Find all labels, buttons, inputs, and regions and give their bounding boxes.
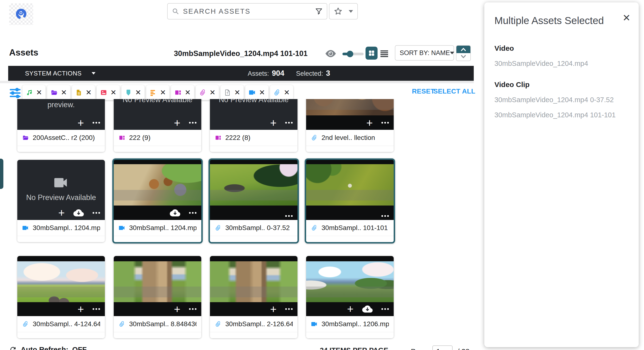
- more-options-button[interactable]: [189, 122, 196, 124]
- more-options-button[interactable]: [92, 122, 100, 124]
- add-to-collection-button[interactable]: +: [270, 119, 276, 127]
- filter-chip-document[interactable]: ✕: [72, 85, 95, 100]
- panel-close-button[interactable]: ✕: [622, 13, 630, 22]
- pagination-prev-button[interactable]: ‹: [403, 347, 406, 350]
- filter-chip-music-note[interactable]: ✕: [22, 85, 46, 100]
- asset-card[interactable]: 30mbSampl.. 101-101: [305, 158, 395, 244]
- card-footer: [210, 236, 298, 242]
- filter-chip-folder-open[interactable]: ✕: [47, 85, 70, 100]
- left-panel-handle[interactable]: [0, 159, 3, 189]
- thumbnail-image: [114, 261, 201, 302]
- system-actions-button[interactable]: SYSTEM ACTIONS: [25, 70, 96, 77]
- thumbnail-size-slider[interactable]: [342, 53, 364, 55]
- page-input[interactable]: [432, 346, 452, 350]
- reset-filters-link[interactable]: RESET: [412, 87, 435, 95]
- asset-card[interactable]: +30mbSampl.. 1206.mp4: [306, 256, 394, 338]
- chip-remove-button[interactable]: ✕: [110, 89, 116, 96]
- more-options-button[interactable]: [285, 122, 293, 124]
- add-to-collection-button[interactable]: +: [58, 209, 65, 217]
- card-actions: [285, 215, 293, 217]
- card-actions: +: [58, 209, 100, 217]
- sort-ascending-button[interactable]: [456, 46, 470, 53]
- asset-card[interactable]: No Preview Available+222 (9): [114, 99, 201, 152]
- chip-remove-button[interactable]: ✕: [284, 89, 290, 96]
- add-to-collection-button[interactable]: +: [174, 119, 180, 127]
- more-options-button[interactable]: [189, 308, 196, 310]
- chip-remove-button[interactable]: ✕: [160, 89, 166, 96]
- search-input[interactable]: [182, 7, 315, 16]
- thumbnail-message: Select an asset to preview.: [17, 99, 105, 110]
- auto-refresh-toggle[interactable]: Auto Refresh: OFF: [9, 346, 86, 350]
- add-to-collection-button[interactable]: +: [366, 119, 373, 127]
- filter-funnel-icon[interactable]: [315, 8, 322, 15]
- select-all-link[interactable]: SELECT ALL: [433, 87, 476, 95]
- asset-card[interactable]: +30mbSampl.. 4-124.64: [17, 256, 105, 338]
- asset-card[interactable]: 30mbSampl.. 1204.mp4: [112, 158, 203, 244]
- filter-chip-paperclip[interactable]: ✕: [196, 85, 219, 100]
- chip-remove-button[interactable]: ✕: [259, 89, 265, 96]
- asset-thumbnail: No Preview Available+: [114, 99, 201, 130]
- paperclip-icon: [274, 89, 281, 96]
- download-button[interactable]: [170, 209, 180, 217]
- sort-descending-button[interactable]: [456, 53, 470, 60]
- chip-remove-button[interactable]: ✕: [36, 89, 42, 96]
- pagination-next-button[interactable]: ›: [474, 347, 477, 350]
- asset-card[interactable]: Select an asset to preview.+200AssetC.. …: [17, 99, 105, 152]
- app-logo[interactable]: [9, 3, 33, 25]
- asset-card[interactable]: No Preview Available+2222 (8): [210, 99, 298, 152]
- chip-remove-button[interactable]: ✕: [86, 89, 92, 96]
- add-to-collection-button[interactable]: +: [78, 119, 84, 127]
- asset-card[interactable]: +30mbSampl.. 2-126.64: [210, 256, 298, 338]
- pagination-last-button[interactable]: »: [482, 347, 486, 350]
- sort-select[interactable]: SORT BY: NAME: [395, 45, 454, 60]
- download-button[interactable]: [73, 209, 84, 217]
- more-options-button[interactable]: [285, 308, 293, 310]
- more-options-button[interactable]: [92, 212, 100, 214]
- panel-title: Multiple Assets Selected: [494, 15, 628, 26]
- asset-card[interactable]: +2nd level.. llection: [306, 99, 394, 152]
- asset-card[interactable]: No Preview Available+30mbSampl.. 1204.mp…: [17, 160, 105, 242]
- more-options-button[interactable]: [382, 215, 389, 217]
- slider-thumb[interactable]: [347, 51, 353, 57]
- videocam-icon: [249, 90, 256, 95]
- filter-chip-shield[interactable]: ✕: [122, 85, 144, 100]
- filter-chip-videocam[interactable]: ✕: [245, 85, 268, 100]
- more-options-button[interactable]: [285, 215, 293, 217]
- add-to-collection-button[interactable]: +: [78, 305, 84, 313]
- chip-remove-button[interactable]: ✕: [210, 89, 216, 96]
- chip-remove-button[interactable]: ✕: [61, 89, 67, 96]
- more-options-button[interactable]: [189, 212, 196, 214]
- filter-chip-document-question[interactable]: ?✕: [220, 85, 244, 100]
- filter-chip-image[interactable]: ✕: [97, 85, 120, 100]
- chip-remove-button[interactable]: ✕: [185, 89, 191, 96]
- add-to-collection-button[interactable]: +: [347, 305, 354, 313]
- add-to-collection-button[interactable]: +: [270, 305, 276, 313]
- paperclip-icon: [215, 321, 222, 328]
- chip-remove-button[interactable]: ✕: [135, 89, 141, 96]
- filter-chip-collection[interactable]: ✕: [171, 85, 194, 100]
- more-options-button[interactable]: [92, 308, 100, 310]
- grid-view-button[interactable]: [366, 47, 378, 60]
- preview-eye-icon[interactable]: [325, 49, 336, 58]
- filter-sliders-icon[interactable]: [9, 86, 22, 99]
- filter-chip-align-left[interactable]: ✕: [146, 85, 169, 100]
- asset-name: 30mbSampl.. 1204.mp4: [129, 224, 196, 232]
- chip-remove-button[interactable]: ✕: [234, 89, 240, 96]
- asset-card[interactable]: 30mbSampl.. 0-37.52: [208, 158, 299, 244]
- asset-name: 30mbSampl.. 0-37.52: [225, 224, 290, 232]
- asset-thumbnail: +: [114, 256, 201, 316]
- more-options-button[interactable]: [382, 122, 389, 124]
- favorites-dropdown[interactable]: [329, 3, 358, 19]
- download-button[interactable]: [362, 305, 373, 313]
- collection-icon: [174, 89, 182, 96]
- list-view-button[interactable]: [380, 50, 388, 57]
- asset-card[interactable]: +30mbSampl.. 8.848436: [114, 256, 201, 338]
- more-options-button[interactable]: [382, 308, 389, 310]
- asset-thumbnail: +: [210, 256, 298, 316]
- chevron-down-icon: [460, 54, 467, 59]
- filter-chip-paperclip[interactable]: ✕: [270, 85, 293, 100]
- add-to-collection-button[interactable]: +: [174, 305, 180, 313]
- pagination-first-button[interactable]: «: [394, 347, 398, 350]
- align-left-icon: [150, 89, 157, 96]
- asset-label-row: 200AssetC.. r2 (200): [17, 130, 105, 146]
